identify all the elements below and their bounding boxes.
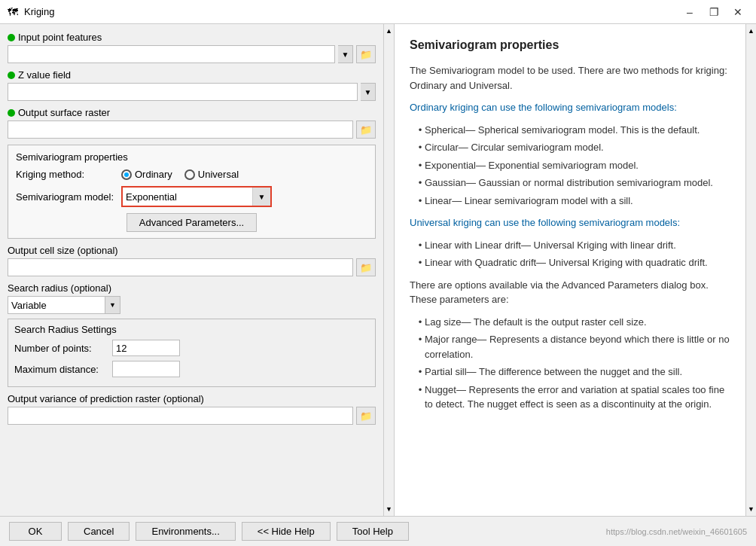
z-value-combo-arrow[interactable]: ▼ bbox=[361, 83, 376, 101]
footer: OK Cancel Environments... << Hide Help T… bbox=[0, 516, 756, 546]
right-scrollbar: ▲ ▼ bbox=[745, 24, 756, 516]
kriging-method-label: Kriging method: bbox=[16, 169, 121, 180]
ok-button[interactable]: OK bbox=[9, 522, 62, 541]
advanced-btn-row: Advanced Parameters... bbox=[16, 213, 367, 232]
list-item: Major range— Represents a distance beyon… bbox=[425, 332, 730, 361]
scroll-up-arrow[interactable]: ▲ bbox=[384, 26, 394, 36]
input-point-field-row: Input point features ▼ 📁 bbox=[8, 32, 376, 63]
window-title: Kriging bbox=[24, 6, 54, 17]
close-button[interactable]: ✕ bbox=[727, 4, 748, 20]
max-distance-input[interactable] bbox=[112, 361, 180, 377]
semivario-section-title: Semivariogram properties bbox=[16, 151, 367, 163]
search-radius-label: Search radius (optional) bbox=[8, 282, 376, 294]
num-points-label: Number of points: bbox=[14, 343, 112, 354]
output-variance-label: Output variance of prediction raster (op… bbox=[8, 393, 376, 404]
ordinary-heading: Ordinary kriging can use the following s… bbox=[410, 100, 730, 115]
input-point-folder-btn[interactable]: 📁 bbox=[356, 45, 376, 63]
environments-button[interactable]: Environments... bbox=[136, 522, 235, 541]
output-surface-input-row: 📁 bbox=[8, 120, 376, 139]
input-point-input[interactable] bbox=[8, 45, 335, 63]
input-point-dot bbox=[8, 34, 15, 41]
z-value-input[interactable] bbox=[8, 83, 358, 101]
input-point-combo-arrow[interactable]: ▼ bbox=[338, 45, 353, 63]
search-radius-settings: Search Radius Settings Number of points:… bbox=[8, 319, 376, 387]
output-cell-input[interactable] bbox=[8, 258, 353, 276]
universal-heading: Universal kriging can use the following … bbox=[410, 215, 730, 230]
output-cell-folder-btn[interactable]: 📁 bbox=[356, 258, 376, 276]
right-panel: Semivariogram properties The Semivariogr… bbox=[395, 24, 745, 516]
ordinary-radio-circle bbox=[121, 169, 132, 180]
search-radius-arrow[interactable]: ▼ bbox=[105, 296, 120, 314]
advanced-params-button[interactable]: Advanced Parameters... bbox=[127, 213, 257, 232]
search-radius-combo-row: Fixed Variable ▼ bbox=[8, 296, 376, 314]
search-radius-field-row: Search radius (optional) Fixed Variable … bbox=[8, 282, 376, 387]
title-bar: 🗺 Kriging – ❐ ✕ bbox=[0, 0, 756, 24]
output-surface-label: Output surface raster bbox=[8, 107, 376, 118]
cancel-button[interactable]: Cancel bbox=[68, 522, 130, 541]
universal-radio-circle bbox=[184, 169, 195, 180]
semivario-section: Semivariogram properties Kriging method:… bbox=[8, 145, 376, 239]
ordinary-list: Spherical— Spherical semivariogram model… bbox=[425, 123, 730, 209]
semivario-model-select[interactable]: Spherical Circular Exponential Gaussian … bbox=[123, 188, 252, 206]
watermark: https://blog.csdn.net/weixin_46601605 bbox=[606, 527, 747, 536]
list-item: Nugget— Represents the error and variati… bbox=[425, 383, 730, 412]
hide-help-button[interactable]: << Hide Help bbox=[242, 522, 331, 541]
left-scrollbar: ▲ ▼ bbox=[384, 24, 395, 516]
right-scroll-down-arrow[interactable]: ▼ bbox=[746, 504, 756, 514]
title-bar-left: 🗺 Kriging bbox=[8, 6, 54, 18]
max-distance-row: Maximum distance: bbox=[14, 361, 369, 377]
restore-button[interactable]: ❐ bbox=[703, 4, 724, 20]
output-cell-field-row: Output cell size (optional) 📁 bbox=[8, 245, 376, 276]
input-point-input-row: ▼ 📁 bbox=[8, 45, 376, 63]
output-cell-label: Output cell size (optional) bbox=[8, 245, 376, 256]
universal-list: Linear with Linear drift— Universal Krig… bbox=[425, 238, 730, 270]
right-scroll-up-arrow[interactable]: ▲ bbox=[746, 26, 756, 36]
z-value-field-row: Z value field ▼ bbox=[8, 69, 376, 101]
help-intro: The Semivariogram model to be used. Ther… bbox=[410, 63, 730, 93]
num-points-input[interactable] bbox=[112, 340, 180, 356]
search-radius-select[interactable]: Fixed Variable bbox=[8, 296, 105, 314]
z-value-label: Z value field bbox=[8, 69, 376, 81]
output-surface-dot bbox=[8, 109, 15, 117]
output-surface-field-row: Output surface raster 📁 bbox=[8, 107, 376, 139]
main-content: Input point features ▼ 📁 Z value field ▼ bbox=[0, 24, 756, 516]
output-surface-input[interactable] bbox=[8, 120, 353, 139]
list-item: Linear with Linear drift— Universal Krig… bbox=[425, 238, 730, 253]
advanced-intro: There are options available via the Adva… bbox=[410, 278, 730, 307]
input-point-label: Input point features bbox=[8, 32, 376, 43]
minimize-button[interactable]: – bbox=[679, 4, 700, 20]
list-item: Gaussian— Gaussian or normal distributio… bbox=[425, 175, 730, 191]
kriging-method-row: Kriging method: Ordinary Universal bbox=[16, 169, 367, 180]
scroll-down-arrow[interactable]: ▼ bbox=[384, 504, 394, 514]
advanced-list: Lag size— The default is the output rast… bbox=[425, 315, 730, 412]
left-panel: Input point features ▼ 📁 Z value field ▼ bbox=[0, 24, 384, 516]
list-item: Partial sill— The difference between the… bbox=[425, 365, 730, 380]
list-item: Linear with Quadratic drift— Universal K… bbox=[425, 255, 730, 270]
output-variance-folder-btn[interactable]: 📁 bbox=[356, 407, 376, 425]
z-value-dot bbox=[8, 72, 15, 79]
kriging-method-radio-group: Ordinary Universal bbox=[121, 169, 239, 180]
universal-radio[interactable]: Universal bbox=[184, 169, 239, 180]
footer-buttons: OK Cancel Environments... << Hide Help T… bbox=[9, 522, 409, 541]
list-item: Exponential— Exponential semivariogram m… bbox=[425, 158, 730, 173]
universal-radio-label: Universal bbox=[198, 169, 239, 180]
semivario-model-label: Semivariogram model: bbox=[16, 191, 121, 203]
list-item: Linear— Linear semivariogram model with … bbox=[425, 194, 730, 209]
list-item: Lag size— The default is the output rast… bbox=[425, 315, 730, 330]
semivario-model-arrow[interactable]: ▼ bbox=[252, 188, 270, 206]
output-variance-input[interactable] bbox=[8, 407, 353, 425]
z-value-input-row: ▼ bbox=[8, 83, 376, 101]
num-points-row: Number of points: bbox=[14, 340, 369, 356]
output-variance-input-row: 📁 bbox=[8, 407, 376, 425]
title-bar-controls: – ❐ ✕ bbox=[679, 4, 748, 20]
output-cell-input-row: 📁 bbox=[8, 258, 376, 276]
app-icon: 🗺 bbox=[8, 6, 18, 18]
ordinary-radio[interactable]: Ordinary bbox=[121, 169, 172, 180]
list-item: Spherical— Spherical semivariogram model… bbox=[425, 123, 730, 138]
help-title: Semivariogram properties bbox=[410, 36, 730, 54]
tool-help-button[interactable]: Tool Help bbox=[337, 522, 409, 541]
semivario-model-row: Semivariogram model: Spherical Circular … bbox=[16, 186, 367, 207]
semivario-model-dropdown-box: Spherical Circular Exponential Gaussian … bbox=[121, 186, 272, 207]
list-item: Circular— Circular semivariogram model. bbox=[425, 140, 730, 155]
output-surface-folder-btn[interactable]: 📁 bbox=[356, 120, 376, 139]
